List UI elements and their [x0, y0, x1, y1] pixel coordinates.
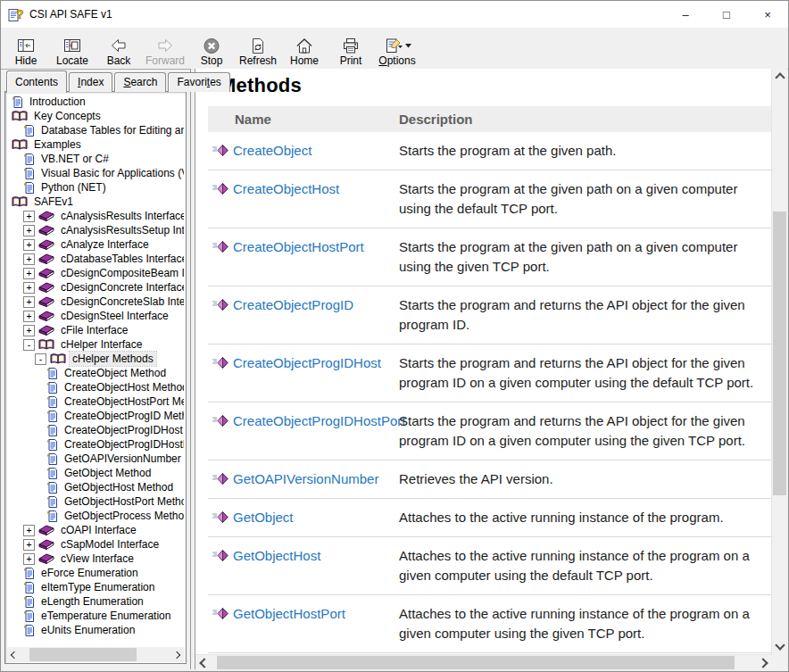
tree-item-python-net[interactable]: Python (NET)	[8, 180, 184, 195]
tree-item-cview-interface[interactable]: +cView Interface	[8, 552, 184, 566]
scroll-down-button[interactable]	[772, 639, 787, 654]
navigation-pane: ContentsIndexSearchFavorites Introductio…	[4, 72, 187, 664]
maximize-button[interactable]: □	[706, 1, 747, 28]
tree-item-createobjectprogid-method[interactable]: CreateObjectProgID Method	[8, 409, 184, 423]
tree-item-createobjectprogidhost-method[interactable]: CreateObjectProgIDHost Method	[8, 423, 184, 437]
tree-item-cdesignconcreteslab-interface[interactable]: +cDesignConcreteSlab Interface	[8, 295, 184, 309]
horizontal-scrollbar-thumb[interactable]	[217, 656, 735, 669]
tree-horizontal-scrollbar[interactable]	[6, 647, 185, 662]
toolbar-back-button[interactable]: Back	[96, 29, 142, 69]
tree-item-csapmodel-interface[interactable]: +cSapModel Interface	[8, 537, 184, 552]
tree-item-canalysisresultssetup-interface[interactable]: +cAnalysisResultsSetup Interface	[8, 223, 184, 237]
vertical-scrollbar-thumb[interactable]	[773, 212, 786, 495]
expand-plus-icon[interactable]: +	[23, 225, 35, 236]
method-link[interactable]: CreateObjectProgIDHostPort	[233, 411, 405, 430]
vertical-scrollbar[interactable]	[771, 69, 787, 654]
collapse-minus-icon[interactable]: -	[23, 339, 35, 351]
tree-item-createobjecthost-method[interactable]: CreateObjectHost Method	[8, 380, 184, 394]
tree-item-label: CreateObjectHost Method	[62, 380, 184, 394]
method-link[interactable]: GetObjectHostPort	[233, 604, 345, 623]
method-link[interactable]: GetObject	[233, 508, 294, 527]
expand-plus-icon[interactable]: +	[23, 239, 35, 251]
tree-item-eunits-enumeration[interactable]: eUnits Enumeration	[8, 623, 184, 637]
expand-plus-icon[interactable]: +	[23, 268, 35, 279]
toolbar-button-label: Hide	[15, 55, 37, 67]
section-heading[interactable]: Methods	[208, 74, 771, 97]
scroll-right-icon[interactable]	[173, 651, 180, 658]
method-name-cell: CreateObjectProgIDHost	[208, 353, 399, 393]
method-link[interactable]: CreateObject	[233, 141, 311, 160]
scroll-up-button[interactable]	[772, 69, 787, 84]
scroll-left-icon[interactable]	[11, 651, 18, 658]
toolbar-home-button[interactable]: Home	[281, 29, 328, 69]
tree-item-vb-net-or-c[interactable]: VB.NET or C#	[8, 152, 184, 166]
tree-item-label: GetObject Method	[62, 466, 154, 480]
page-icon	[46, 438, 58, 452]
collapse-minus-icon[interactable]: -	[35, 353, 46, 365]
tree-item-getobjecthost-method[interactable]: GetObjectHost Method	[8, 480, 184, 494]
tree-item-getobjecthostport-method[interactable]: GetObjectHostPort Method	[8, 494, 184, 509]
expand-plus-icon[interactable]: +	[23, 525, 35, 536]
tree-item-cdesignsteel-interface[interactable]: +cDesignSteel Interface	[8, 309, 184, 323]
expand-plus-icon[interactable]: +	[23, 539, 35, 551]
tree-item-chelper-methods[interactable]: -cHelper Methods	[8, 352, 184, 366]
tree-item-createobject-method[interactable]: CreateObject Method	[8, 366, 184, 380]
tree-item-eforce-enumeration[interactable]: eForce Enumeration	[8, 566, 184, 580]
expand-plus-icon[interactable]: +	[23, 553, 35, 565]
toolbar-options-button[interactable]: Options	[374, 29, 420, 69]
tree-item-createobjectprogidhostport-me[interactable]: CreateObjectProgIDHostPort Me	[8, 437, 184, 452]
method-link[interactable]: CreateObjectHostPort	[233, 237, 364, 256]
tree-item-examples[interactable]: Examples	[8, 137, 184, 152]
tree-item-database-tables-for-editing-and-d[interactable]: Database Tables for Editing and D	[8, 123, 184, 137]
expand-plus-icon[interactable]: +	[23, 253, 35, 265]
expand-plus-icon[interactable]: +	[23, 296, 35, 308]
method-link[interactable]: CreateObjectProgIDHost	[233, 353, 381, 372]
tree-item-label: cDesignConcreteSlab Interface	[58, 295, 184, 309]
tree-item-safev1[interactable]: SAFEv1	[8, 195, 184, 209]
scroll-left-button[interactable]	[195, 655, 211, 670]
horizontal-scrollbar[interactable]	[195, 654, 772, 670]
tree-item-canalysisresults-interface[interactable]: +cAnalysisResults Interface	[8, 209, 184, 223]
tree-item-coapi-interface[interactable]: +cOAPI Interface	[8, 523, 184, 537]
tree-item-getobjectprocess-method[interactable]: GetObjectProcess Method	[8, 509, 184, 523]
toolbar-print-button[interactable]: Print	[328, 29, 374, 69]
expand-plus-icon[interactable]: +	[23, 211, 35, 222]
toolbar-refresh-button[interactable]: Refresh	[235, 29, 281, 69]
tree-item-eitemtype-enumeration[interactable]: eItemType Enumeration	[8, 580, 184, 594]
expand-plus-icon[interactable]: +	[23, 311, 35, 322]
toolbar-stop-button[interactable]: Stop	[188, 29, 235, 69]
method-link[interactable]: CreateObjectProgID	[233, 295, 353, 314]
close-button[interactable]: ×	[747, 1, 788, 28]
expand-plus-icon[interactable]: +	[23, 282, 35, 294]
toolbar: HideLocateBackForwardStopRefreshHomePrin…	[1, 28, 788, 70]
tree-scrollbar-thumb[interactable]	[29, 648, 137, 661]
tree-item-chelper-interface[interactable]: -cHelper Interface	[8, 337, 184, 352]
expand-plus-icon[interactable]: +	[23, 325, 35, 336]
tree-item-createobjecthostport-method[interactable]: CreateObjectHostPort Method	[8, 394, 184, 409]
page-icon	[23, 153, 35, 166]
method-link[interactable]: GetObjectHost	[233, 546, 320, 565]
tree-item-etemperature-enumeration[interactable]: eTemperature Enumeration	[8, 609, 184, 623]
tree-item-canalyze-interface[interactable]: +cAnalyze Interface	[8, 237, 184, 252]
tree-item-getobject-method[interactable]: GetObject Method	[8, 466, 184, 480]
tab-search[interactable]: Search	[114, 72, 166, 92]
tree-item-cdatabasetables-interface[interactable]: +cDatabaseTables Interface	[8, 252, 184, 266]
tree-item-introduction[interactable]: Introduction	[8, 95, 184, 109]
method-link[interactable]: CreateObjectHost	[233, 179, 339, 198]
tree-item-key-concepts[interactable]: Key Concepts	[8, 109, 184, 123]
tab-index[interactable]: Index	[69, 72, 112, 92]
toolbar-locate-button[interactable]: Locate	[49, 29, 96, 69]
minimize-button[interactable]: –	[665, 1, 706, 28]
tab-contents[interactable]: Contents	[6, 71, 67, 93]
tree-item-getoapiversionnumber-method[interactable]: GetOAPIVersionNumber Method	[8, 452, 184, 466]
method-link[interactable]: GetOAPIVersionNumber	[233, 469, 378, 488]
tree-item-elength-enumeration[interactable]: eLength Enumeration	[8, 594, 184, 609]
tree-item-visual-basic-for-applications-vba[interactable]: Visual Basic for Applications (VBA)	[8, 166, 184, 180]
scroll-right-button[interactable]	[757, 655, 772, 670]
toolbar-hide-button[interactable]: Hide	[3, 29, 49, 69]
tree-item-cdesignconcrete-interface[interactable]: +cDesignConcrete Interface	[8, 280, 184, 295]
tab-favorites[interactable]: Favorites	[168, 72, 229, 92]
tree-item-cdesigncompositebeam-interfac[interactable]: +cDesignCompositeBeam Interfac	[8, 266, 184, 280]
tree-item-label: cDatabaseTables Interface	[58, 252, 184, 266]
tree-item-cfile-interface[interactable]: +cFile Interface	[8, 323, 184, 337]
